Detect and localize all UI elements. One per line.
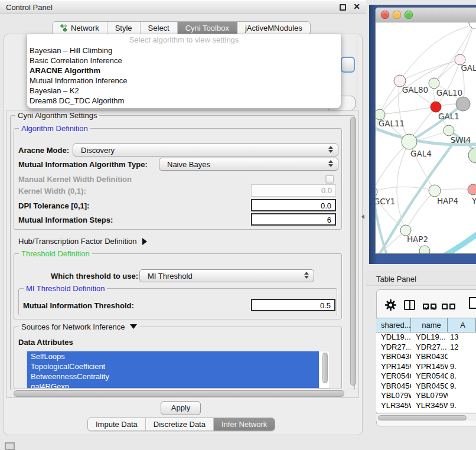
which-threshold-combobox[interactable]: MI Threshold bbox=[139, 269, 314, 282]
mi-steps-field[interactable]: 6 bbox=[251, 213, 336, 226]
unchecked-boxes-icon[interactable] bbox=[442, 302, 457, 311]
node-label-swi4: SWI4 bbox=[451, 135, 471, 145]
table-cell: YDL19... bbox=[376, 332, 411, 343]
attribute-item-topologicalcoefficient[interactable]: TopologicalCoefficient bbox=[27, 361, 319, 371]
tab-label: jActiveMNodules bbox=[245, 24, 302, 32]
network-edge[interactable] bbox=[406, 191, 435, 230]
network-edge[interactable] bbox=[442, 233, 476, 254]
dropdown-item-bayesian-hill-climbing[interactable]: Bayesian – Hill Climbing bbox=[27, 45, 341, 56]
network-node-swi4[interactable] bbox=[444, 125, 454, 136]
network-node-gal1[interactable] bbox=[431, 102, 441, 112]
table-cell: 9. bbox=[448, 362, 476, 372]
network-node[interactable] bbox=[468, 148, 476, 163]
network-edge[interactable] bbox=[376, 142, 409, 192]
algorithm-dropdown-popup: Select algorithm to view settings Bayesi… bbox=[27, 34, 341, 109]
tab-cyni-toolbox[interactable]: Cyni Toolbox bbox=[178, 22, 237, 34]
close-traffic-light-icon[interactable] bbox=[381, 11, 389, 19]
zoom-traffic-light-icon[interactable] bbox=[405, 11, 413, 19]
table-row[interactable]: YPR145WYPR145W9. bbox=[376, 362, 476, 372]
network-node[interactable] bbox=[456, 97, 470, 111]
network-edge[interactable] bbox=[380, 107, 436, 115]
dropdown-item-bayesian-k2[interactable]: Bayesian – K2 bbox=[27, 86, 341, 96]
dropdown-item-aracne-algorithm[interactable]: ARACNE Algorithm bbox=[27, 66, 341, 76]
network-node[interactable] bbox=[419, 246, 430, 254]
mi-threshold-field[interactable]: 0.5 bbox=[251, 299, 335, 311]
list-scrollbar-thumb[interactable] bbox=[322, 353, 328, 383]
tab-select[interactable]: Select bbox=[141, 22, 178, 34]
tab-infer-network[interactable]: Infer Network bbox=[214, 418, 275, 431]
table-row[interactable]: YBR045CYBR045C9. bbox=[376, 381, 476, 392]
table-row[interactable]: YDL19...YDL19...13 bbox=[376, 332, 476, 343]
float-window-icon[interactable] bbox=[340, 4, 346, 11]
kernel-width-field[interactable]: 0.0 bbox=[251, 184, 336, 197]
tab-style[interactable]: Style bbox=[107, 22, 141, 34]
column-header-a[interactable]: A bbox=[448, 318, 476, 332]
algorithm-definition-title: Algorithm Definition bbox=[19, 124, 90, 133]
gear-icon[interactable] bbox=[384, 299, 397, 313]
attribute-item-selfloops[interactable]: SelfLoops bbox=[27, 351, 319, 361]
dropdown-item-basic-correlation-inference[interactable]: Basic Correlation Inference bbox=[27, 56, 341, 66]
data-attributes-list[interactable]: SelfLoopsTopologicalCoefficientBetweenne… bbox=[27, 351, 330, 389]
network-window[interactable]: GALGAL80GAL10GAL1GAL11SWI4GAL4GCY1HAP4YH… bbox=[375, 7, 476, 254]
tab-label: Style bbox=[115, 24, 132, 32]
close-icon[interactable]: ✕ bbox=[353, 2, 360, 11]
table-cell: YBL079W bbox=[411, 391, 448, 401]
vertical-scrollbar-thumb[interactable] bbox=[350, 117, 356, 386]
node-label-gcy1: GCY1 bbox=[376, 197, 395, 206]
tab-network[interactable]: Network bbox=[53, 22, 107, 34]
columns-icon[interactable] bbox=[404, 300, 415, 310]
network-node-y[interactable] bbox=[468, 184, 476, 195]
document-icon[interactable] bbox=[469, 297, 476, 309]
column-header-name[interactable]: name bbox=[411, 318, 448, 332]
network-edge[interactable] bbox=[400, 27, 468, 81]
apply-button[interactable]: Apply bbox=[161, 401, 201, 415]
table-row[interactable]: YLR345WYLR345W9. bbox=[376, 401, 476, 411]
dropdown-item-mutual-information-inference[interactable]: Mutual Information Inference bbox=[27, 76, 341, 86]
table-row[interactable]: YBL079WYBL079W bbox=[376, 391, 476, 401]
hub-section-toggle[interactable]: Hub/Transcription Factor Definition bbox=[18, 237, 147, 246]
table-cell: 9. bbox=[448, 381, 476, 392]
table-row[interactable]: YDR27...YDR27...12 bbox=[376, 343, 476, 353]
mi-algorithm-type-combobox[interactable]: Naive Bayes bbox=[159, 158, 338, 171]
dpi-tolerance-field[interactable]: 0.0 bbox=[251, 199, 336, 211]
attribute-table[interactable]: shared...nameA YDL19...YDL19...13YDR27..… bbox=[376, 318, 476, 412]
table-row[interactable]: YIL052CYIL052C9 bbox=[376, 410, 476, 412]
node-label-gal11: GAL11 bbox=[379, 119, 405, 128]
network-view-canvas[interactable]: GALGAL80GAL10GAL1GAL11SWI4GAL4GCY1HAP4YH… bbox=[376, 22, 476, 254]
network-node-gal10[interactable] bbox=[429, 78, 439, 89]
table-row[interactable]: YER054CYER054C8. bbox=[376, 371, 476, 381]
aracne-mode-combobox[interactable]: Discovery bbox=[73, 144, 338, 156]
table-row[interactable]: YBR043CYBR043C bbox=[376, 352, 476, 362]
kernel-width-label: Kernel Width (0,1): bbox=[18, 187, 86, 195]
horizontal-scrollbar-thumb[interactable] bbox=[14, 390, 344, 397]
combo-spinner-icon bbox=[328, 160, 333, 167]
node-label-gal80: GAL80 bbox=[402, 85, 428, 94]
minimize-traffic-light-icon[interactable] bbox=[393, 11, 401, 19]
tab-discretize-data[interactable]: Discretize Data bbox=[146, 418, 214, 431]
network-node-gal4[interactable] bbox=[402, 134, 417, 149]
sources-group-title[interactable]: Sources for Network Inference bbox=[19, 322, 139, 331]
manual-kernel-width-checkbox[interactable] bbox=[325, 175, 334, 184]
network-edge[interactable] bbox=[434, 23, 474, 83]
manual-kernel-width-label: Manual Kernel Width Definition bbox=[18, 175, 132, 184]
column-header-shared-[interactable]: shared... bbox=[376, 318, 411, 332]
network-node-hap4[interactable] bbox=[429, 185, 441, 197]
network-node-gcy1[interactable] bbox=[376, 187, 377, 197]
tab-label: Select bbox=[148, 24, 169, 32]
threshold-definition-title: Threshold Definition bbox=[19, 249, 92, 258]
attribute-item-betweennesscentrality[interactable]: BetweennessCentrality bbox=[27, 371, 319, 381]
network-edge[interactable] bbox=[376, 187, 435, 192]
dropdown-item-dream8-dc-tdc-algorithm[interactable]: Dream8 DC_TDC Algorithm bbox=[27, 96, 341, 106]
network-node[interactable] bbox=[469, 22, 476, 28]
panel-divider-arrow-icon[interactable] bbox=[361, 214, 364, 219]
tab-impute-data[interactable]: Impute Data bbox=[88, 418, 146, 431]
hub-section-label: Hub/Transcription Factor Definition bbox=[18, 237, 136, 246]
minimized-panel-icon[interactable] bbox=[5, 442, 15, 450]
table-hscrollbar-thumb[interactable] bbox=[378, 415, 467, 420]
checked-boxes-icon[interactable] bbox=[423, 302, 438, 311]
node-label-gal1: GAL1 bbox=[438, 112, 459, 121]
attribute-item-gal4rgexp[interactable]: gal4RGexp bbox=[27, 381, 319, 389]
node-label-hap4: HAP4 bbox=[437, 196, 458, 206]
tab-jactivemnodules[interactable]: jActiveMNodules bbox=[237, 22, 310, 34]
network-window-titlebar[interactable] bbox=[376, 8, 476, 22]
